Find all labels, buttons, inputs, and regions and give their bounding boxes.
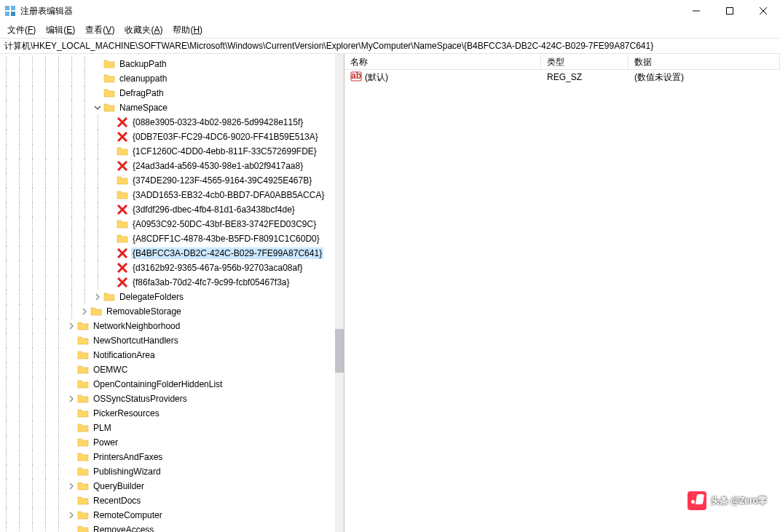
value-type: REG_SZ xyxy=(541,72,629,82)
expand-icon[interactable] xyxy=(66,509,77,521)
tree-label: OEMWC xyxy=(92,364,129,376)
tree-node[interactable]: {A8CDFF1C-4878-43be-B5FD-F8091C1C60D0} xyxy=(0,231,344,246)
expand-icon[interactable] xyxy=(79,306,90,317)
col-name[interactable]: 名称 xyxy=(344,54,541,69)
expand-icon[interactable] xyxy=(92,73,103,84)
tree-node[interactable]: OEMWC xyxy=(0,362,344,377)
tree-label: OSSyncStatusProviders xyxy=(92,393,189,405)
expand-icon[interactable] xyxy=(66,393,77,405)
tree-node[interactable]: RecentDocs xyxy=(0,493,344,508)
menu-e[interactable]: 编辑(E) xyxy=(42,23,79,38)
tree-node[interactable]: {3ADD1653-EB32-4cb0-BBD7-DFA0ABB5ACCA} xyxy=(0,188,344,202)
expand-icon[interactable] xyxy=(66,437,77,448)
tree-node[interactable]: {d3162b92-9365-467a-956b-92703aca08af} xyxy=(0,261,344,275)
expand-icon[interactable] xyxy=(105,146,117,157)
values-pane[interactable]: 名称 类型 数据 ab(默认)REG_SZ(数值未设置) xyxy=(344,54,780,532)
expand-icon[interactable] xyxy=(105,175,117,186)
tree-node[interactable]: {374DE290-123F-4565-9164-39C4925E467B} xyxy=(0,173,344,188)
tree-label: {0DB7E03F-FC29-4DC6-9020-FF41B59E513A} xyxy=(131,131,320,143)
expand-icon[interactable] xyxy=(105,131,117,143)
tree-node[interactable]: {088e3905-0323-4b02-9826-5d99428e115f} xyxy=(0,115,344,130)
scrollbar-thumb[interactable] xyxy=(335,329,344,373)
tree-node[interactable]: RemovableStorage xyxy=(0,304,344,319)
tree-node[interactable]: {24ad3ad4-a569-4530-98e1-ab02f9417aa8} xyxy=(0,159,344,173)
tree-node[interactable]: {f86fa3ab-70d2-4fc7-9c99-fcbf05467f3a} xyxy=(0,275,344,290)
tree-label: RemoteComputer xyxy=(92,509,164,521)
expand-icon[interactable] xyxy=(66,466,77,477)
expand-icon[interactable] xyxy=(66,451,77,463)
expand-icon[interactable] xyxy=(105,116,117,128)
tree-node[interactable]: {B4BFCC3A-DB2C-424C-B029-7FE99A87C641} xyxy=(0,246,344,261)
address-bar[interactable]: 计算机\HKEY_LOCAL_MACHINE\SOFTWARE\Microsof… xyxy=(0,38,780,54)
folder-icon xyxy=(77,466,89,477)
expand-icon[interactable] xyxy=(66,495,77,507)
tree-node[interactable]: {A0953C92-50DC-43bf-BE83-3742FED03C9C} xyxy=(0,217,344,231)
tree-node[interactable]: DelegateFolders xyxy=(0,290,344,304)
tree-node[interactable]: OpenContainingFolderHiddenList xyxy=(0,377,344,392)
tree-node[interactable]: {3dfdf296-dbec-4fb4-81d1-6a3438bcf4de} xyxy=(0,202,344,217)
tree-scrollbar[interactable] xyxy=(335,54,344,532)
tree-node[interactable]: PickerResources xyxy=(0,406,344,421)
menu-f[interactable]: 文件(F) xyxy=(3,23,40,38)
col-data[interactable]: 数据 xyxy=(629,54,780,69)
tree-node[interactable]: DefragPath xyxy=(0,86,344,100)
expand-icon[interactable] xyxy=(92,102,103,114)
expand-icon[interactable] xyxy=(66,364,77,376)
folder-icon xyxy=(103,102,115,114)
tree-node[interactable]: NotificationArea xyxy=(0,348,344,362)
expand-icon[interactable] xyxy=(92,58,103,70)
expand-icon[interactable] xyxy=(66,524,77,532)
col-type[interactable]: 类型 xyxy=(541,54,629,69)
tree-node[interactable]: {0DB7E03F-FC29-4DC6-9020-FF41B59E513A} xyxy=(0,130,344,144)
expand-icon[interactable] xyxy=(66,335,77,346)
expand-icon[interactable] xyxy=(105,218,117,230)
tree-node[interactable]: PublishingWizard xyxy=(0,464,344,479)
folder-icon xyxy=(77,437,89,448)
tree-node[interactable]: {1CF1260C-4DD0-4ebb-811F-33C572699FDE} xyxy=(0,144,344,159)
maximize-button[interactable] xyxy=(713,0,746,22)
menu-v[interactable]: 查看(V) xyxy=(81,23,119,38)
tree-node[interactable]: Power xyxy=(0,435,344,450)
tree-node[interactable]: PLM xyxy=(0,421,344,435)
tree-node[interactable]: NewShortcutHandlers xyxy=(0,333,344,348)
tree-node[interactable]: RemoteComputer xyxy=(0,508,344,523)
expand-icon[interactable] xyxy=(66,408,77,419)
expand-icon[interactable] xyxy=(105,233,117,245)
tree-pane[interactable]: BackupPathcleanuppathDefragPathNameSpace… xyxy=(0,54,344,532)
close-button[interactable] xyxy=(746,0,780,22)
expand-icon[interactable] xyxy=(66,320,77,332)
minimize-button[interactable] xyxy=(679,0,713,22)
tree-node[interactable]: RemoveAccess xyxy=(0,523,344,532)
tree-label: cleanuppath xyxy=(118,73,168,84)
tree-label: RemoveAccess xyxy=(92,524,155,532)
x-icon xyxy=(117,247,128,259)
tree-label: PickerResources xyxy=(92,408,161,419)
expand-icon[interactable] xyxy=(105,160,117,172)
tree-node[interactable]: BackupPath xyxy=(0,57,344,71)
expand-icon[interactable] xyxy=(92,87,103,99)
expand-icon[interactable] xyxy=(105,277,117,288)
value-row[interactable]: ab(默认)REG_SZ(数值未设置) xyxy=(344,70,780,84)
expand-icon[interactable] xyxy=(105,262,117,274)
tree-node[interactable]: QueryBuilder xyxy=(0,479,344,493)
tree-label: {A0953C92-50DC-43bf-BE83-3742FED03C9C} xyxy=(131,218,318,230)
tree-label: Power xyxy=(92,437,119,448)
folder-icon xyxy=(90,306,102,317)
expand-icon[interactable] xyxy=(92,291,103,303)
tree-node[interactable]: PrintersAndFaxes xyxy=(0,450,344,464)
menu-h[interactable]: 帮助(H) xyxy=(168,23,207,38)
expand-icon[interactable] xyxy=(105,204,117,215)
content-area: BackupPathcleanuppathDefragPathNameSpace… xyxy=(0,54,780,532)
expand-icon[interactable] xyxy=(66,480,77,492)
expand-icon[interactable] xyxy=(66,422,77,434)
tree-node[interactable]: NetworkNeighborhood xyxy=(0,319,344,333)
expand-icon[interactable] xyxy=(105,247,117,259)
expand-icon[interactable] xyxy=(105,189,117,201)
menu-a[interactable]: 收藏夹(A) xyxy=(120,23,167,38)
folder-icon xyxy=(117,233,128,245)
expand-icon[interactable] xyxy=(66,378,77,390)
expand-icon[interactable] xyxy=(66,349,77,361)
tree-node[interactable]: cleanuppath xyxy=(0,71,344,86)
tree-node[interactable]: OSSyncStatusProviders xyxy=(0,392,344,406)
tree-node[interactable]: NameSpace xyxy=(0,100,344,115)
